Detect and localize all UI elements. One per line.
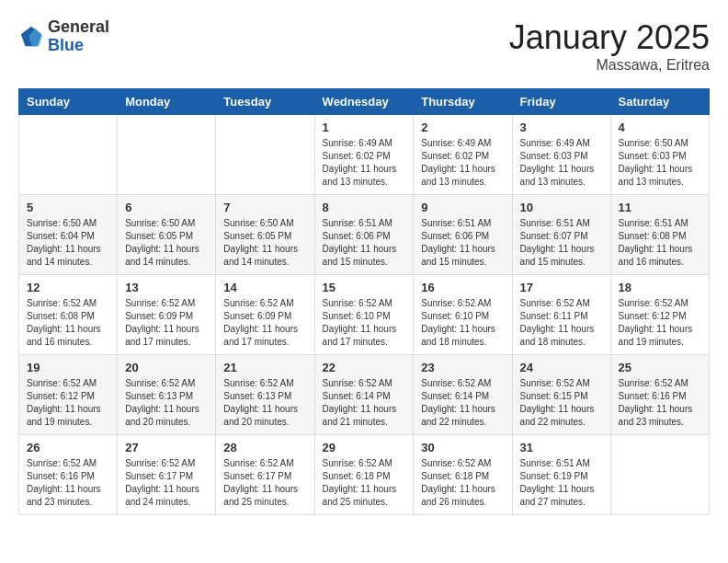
day-number: 31 [520, 441, 603, 454]
day-number: 19 [27, 361, 109, 374]
calendar-cell: 5Sunrise: 6:50 AM Sunset: 6:04 PM Daylig… [19, 195, 118, 275]
calendar-cell: 4Sunrise: 6:50 AM Sunset: 6:03 PM Daylig… [610, 115, 709, 195]
calendar-cell: 8Sunrise: 6:51 AM Sunset: 6:06 PM Daylig… [314, 195, 414, 275]
calendar-week-4: 19Sunrise: 6:52 AM Sunset: 6:12 PM Dayli… [19, 355, 710, 435]
day-content: Sunrise: 6:49 AM Sunset: 6:02 PM Dayligh… [421, 137, 504, 189]
day-content: Sunrise: 6:51 AM Sunset: 6:19 PM Dayligh… [520, 457, 603, 509]
calendar-cell: 22Sunrise: 6:52 AM Sunset: 6:14 PM Dayli… [314, 355, 414, 435]
day-number: 4 [619, 121, 701, 134]
calendar-cell: 1Sunrise: 6:49 AM Sunset: 6:02 PM Daylig… [314, 115, 414, 195]
calendar-cell: 25Sunrise: 6:52 AM Sunset: 6:16 PM Dayli… [610, 355, 709, 435]
day-header-tuesday: Tuesday [216, 89, 314, 115]
calendar-title: January 2025 [509, 18, 710, 57]
day-content: Sunrise: 6:50 AM Sunset: 6:05 PM Dayligh… [223, 217, 306, 269]
day-content: Sunrise: 6:52 AM Sunset: 6:13 PM Dayligh… [223, 377, 306, 429]
day-number: 23 [421, 361, 504, 374]
day-content: Sunrise: 6:49 AM Sunset: 6:03 PM Dayligh… [520, 137, 603, 189]
calendar-cell: 29Sunrise: 6:52 AM Sunset: 6:18 PM Dayli… [314, 435, 414, 515]
day-content: Sunrise: 6:52 AM Sunset: 6:10 PM Dayligh… [421, 297, 504, 349]
day-header-sunday: Sunday [19, 89, 118, 115]
day-number: 5 [27, 201, 109, 214]
day-number: 12 [27, 281, 109, 294]
logo-general-text: General [48, 18, 109, 37]
title-block: January 2025 Massawa, Eritrea [509, 18, 710, 74]
day-number: 29 [323, 441, 406, 454]
calendar-cell: 14Sunrise: 6:52 AM Sunset: 6:09 PM Dayli… [216, 275, 314, 355]
calendar-cell: 10Sunrise: 6:51 AM Sunset: 6:07 PM Dayli… [512, 195, 610, 275]
day-number: 7 [223, 201, 306, 214]
calendar-cell: 11Sunrise: 6:51 AM Sunset: 6:08 PM Dayli… [610, 195, 709, 275]
calendar-cell: 13Sunrise: 6:52 AM Sunset: 6:09 PM Dayli… [118, 275, 216, 355]
calendar-table: SundayMondayTuesdayWednesdayThursdayFrid… [18, 88, 710, 515]
day-number: 16 [421, 281, 504, 294]
calendar-cell: 30Sunrise: 6:52 AM Sunset: 6:18 PM Dayli… [414, 435, 512, 515]
day-content: Sunrise: 6:52 AM Sunset: 6:10 PM Dayligh… [323, 297, 406, 349]
day-number: 21 [223, 361, 306, 374]
day-header-friday: Friday [512, 89, 610, 115]
day-number: 9 [421, 201, 504, 214]
calendar-cell [216, 115, 314, 195]
day-number: 24 [520, 361, 603, 374]
calendar-cell: 21Sunrise: 6:52 AM Sunset: 6:13 PM Dayli… [216, 355, 314, 435]
day-content: Sunrise: 6:52 AM Sunset: 6:18 PM Dayligh… [323, 457, 406, 509]
day-content: Sunrise: 6:49 AM Sunset: 6:02 PM Dayligh… [323, 137, 406, 189]
calendar-cell: 26Sunrise: 6:52 AM Sunset: 6:16 PM Dayli… [19, 435, 118, 515]
day-content: Sunrise: 6:52 AM Sunset: 6:18 PM Dayligh… [421, 457, 504, 509]
day-content: Sunrise: 6:52 AM Sunset: 6:09 PM Dayligh… [125, 297, 208, 349]
day-number: 30 [421, 441, 504, 454]
logo: General Blue [18, 18, 109, 55]
day-number: 22 [323, 361, 406, 374]
day-number: 3 [520, 121, 603, 134]
day-header-wednesday: Wednesday [314, 89, 414, 115]
day-number: 1 [323, 121, 406, 134]
calendar-cell: 18Sunrise: 6:52 AM Sunset: 6:12 PM Dayli… [610, 275, 709, 355]
calendar-cell: 23Sunrise: 6:52 AM Sunset: 6:14 PM Dayli… [414, 355, 512, 435]
day-content: Sunrise: 6:50 AM Sunset: 6:04 PM Dayligh… [27, 217, 109, 269]
logo-blue-text: Blue [48, 37, 109, 55]
calendar-cell: 3Sunrise: 6:49 AM Sunset: 6:03 PM Daylig… [512, 115, 610, 195]
calendar-cell [610, 435, 709, 515]
calendar-cell: 15Sunrise: 6:52 AM Sunset: 6:10 PM Dayli… [314, 275, 414, 355]
calendar-cell: 12Sunrise: 6:52 AM Sunset: 6:08 PM Dayli… [19, 275, 118, 355]
calendar-week-5: 26Sunrise: 6:52 AM Sunset: 6:16 PM Dayli… [19, 435, 710, 515]
day-content: Sunrise: 6:52 AM Sunset: 6:17 PM Dayligh… [223, 457, 306, 509]
calendar-cell: 17Sunrise: 6:52 AM Sunset: 6:11 PM Dayli… [512, 275, 610, 355]
day-content: Sunrise: 6:52 AM Sunset: 6:08 PM Dayligh… [27, 297, 109, 349]
calendar-location: Massawa, Eritrea [509, 57, 710, 74]
page-header: General Blue January 2025 Massawa, Eritr… [18, 18, 710, 74]
calendar-cell: 20Sunrise: 6:52 AM Sunset: 6:13 PM Dayli… [118, 355, 216, 435]
calendar-cell: 6Sunrise: 6:50 AM Sunset: 6:05 PM Daylig… [118, 195, 216, 275]
day-number: 18 [619, 281, 701, 294]
day-number: 8 [323, 201, 406, 214]
logo-text: General Blue [48, 18, 109, 55]
day-number: 25 [619, 361, 701, 374]
day-content: Sunrise: 6:52 AM Sunset: 6:15 PM Dayligh… [520, 377, 603, 429]
day-content: Sunrise: 6:51 AM Sunset: 6:07 PM Dayligh… [520, 217, 603, 269]
day-number: 14 [223, 281, 306, 294]
day-number: 27 [125, 441, 208, 454]
day-number: 20 [125, 361, 208, 374]
day-number: 6 [125, 201, 208, 214]
day-number: 15 [323, 281, 406, 294]
day-content: Sunrise: 6:52 AM Sunset: 6:14 PM Dayligh… [421, 377, 504, 429]
day-content: Sunrise: 6:52 AM Sunset: 6:17 PM Dayligh… [125, 457, 208, 509]
calendar-cell: 16Sunrise: 6:52 AM Sunset: 6:10 PM Dayli… [414, 275, 512, 355]
day-content: Sunrise: 6:52 AM Sunset: 6:16 PM Dayligh… [619, 377, 701, 429]
calendar-cell: 28Sunrise: 6:52 AM Sunset: 6:17 PM Dayli… [216, 435, 314, 515]
calendar-cell: 9Sunrise: 6:51 AM Sunset: 6:06 PM Daylig… [414, 195, 512, 275]
day-content: Sunrise: 6:52 AM Sunset: 6:11 PM Dayligh… [520, 297, 603, 349]
day-content: Sunrise: 6:52 AM Sunset: 6:16 PM Dayligh… [27, 457, 109, 509]
calendar-cell: 19Sunrise: 6:52 AM Sunset: 6:12 PM Dayli… [19, 355, 118, 435]
calendar-cell: 7Sunrise: 6:50 AM Sunset: 6:05 PM Daylig… [216, 195, 314, 275]
day-content: Sunrise: 6:52 AM Sunset: 6:12 PM Dayligh… [27, 377, 109, 429]
day-number: 26 [27, 441, 109, 454]
calendar-header-row: SundayMondayTuesdayWednesdayThursdayFrid… [19, 89, 710, 115]
day-content: Sunrise: 6:51 AM Sunset: 6:06 PM Dayligh… [421, 217, 504, 269]
day-number: 13 [125, 281, 208, 294]
day-header-saturday: Saturday [610, 89, 709, 115]
calendar-cell: 31Sunrise: 6:51 AM Sunset: 6:19 PM Dayli… [512, 435, 610, 515]
day-content: Sunrise: 6:52 AM Sunset: 6:13 PM Dayligh… [125, 377, 208, 429]
day-content: Sunrise: 6:51 AM Sunset: 6:06 PM Dayligh… [323, 217, 406, 269]
day-number: 28 [223, 441, 306, 454]
calendar-cell [19, 115, 118, 195]
